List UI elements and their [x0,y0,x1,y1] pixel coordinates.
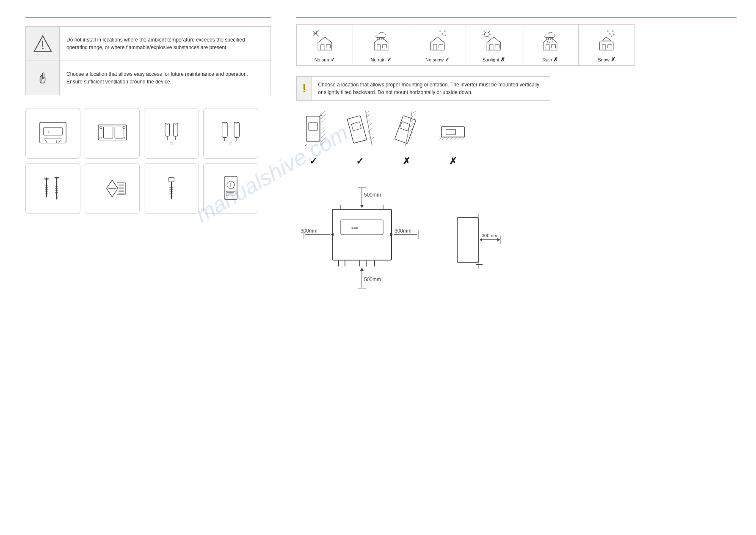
svg-text:300mm: 300mm [482,233,497,238]
rain-icon [536,27,564,55]
svg-line-128 [321,111,325,115]
no-sun-label-row: No sun ✓ [315,56,335,63]
svg-line-10 [58,140,60,143]
svg-text:✳: ✳ [611,35,613,38]
mount-forward-icon [389,109,423,152]
right-notice-text: Choose a location that allows proper mou… [312,77,550,100]
svg-line-166 [454,137,457,140]
svg-line-133 [321,130,326,134]
svg-rect-176 [341,220,383,235]
svg-rect-92 [439,44,443,48]
svg-rect-72 [226,191,235,196]
label-plate-icon [95,174,129,203]
svg-line-139 [306,144,306,146]
svg-text:300mm: 300mm [301,228,317,234]
mount-horizontal-no: ✗ [436,109,470,167]
snow-label-row: Snow ✗ [598,56,615,63]
component-bracket [85,108,140,159]
weather-sunlight: Sunlight ✗ [466,25,522,65]
component-screws [25,163,80,214]
no-sun-mark: ✓ [331,56,335,63]
weather-no-snow: ✳ ✳ ✳ ✳ No snow ✓ [409,25,466,65]
svg-marker-197 [360,268,364,271]
spacing-side-view: 300mm [444,184,512,304]
svg-marker-205 [497,238,500,241]
svg-line-134 [321,133,326,138]
component-connector-b [203,108,258,159]
mount-tilted-icon [343,109,377,152]
svg-rect-150 [351,122,361,131]
inverter-icon: ≡ [36,119,70,148]
weather-snow: ✳ ✳ ✳ ✳ ✳ Snow ✗ [579,25,635,65]
mount-vertical-ok: ✓ [296,109,330,167]
no-snow-icon: ✳ ✳ ✳ ✳ [424,27,451,55]
no-rain-label: No rain [371,57,386,62]
svg-rect-25 [222,122,227,138]
svg-line-7 [45,140,47,143]
svg-line-163 [442,137,445,140]
svg-point-14 [100,127,102,129]
svg-point-24 [170,142,173,145]
sunlight-icon [480,27,508,55]
spacing-front-svg: 500mm ≡≡≡ 300mm [296,184,432,302]
no-rain-label-row: No rain ✓ [371,56,392,63]
svg-rect-198 [457,218,478,262]
right-notice-box: ! Choose a location that allows proper m… [296,76,550,101]
bolt-icon [155,174,188,203]
connector-b-icon [214,119,248,148]
svg-line-152 [412,111,416,114]
svg-rect-11 [98,125,127,140]
svg-line-168 [461,137,464,140]
mount-section: ✓ ✓ [296,109,737,167]
tip-row: Choose a location that allows easy acces… [26,61,270,95]
weather-no-sun: No sun ✓ [297,25,353,65]
svg-rect-98 [490,44,493,50]
component-device [203,163,258,214]
svg-rect-169 [441,127,465,137]
screws-icon [36,174,70,203]
svg-rect-18 [165,123,170,136]
svg-rect-159 [395,116,416,144]
svg-text:✳: ✳ [612,30,614,33]
svg-line-165 [450,137,453,140]
svg-line-114 [550,38,551,41]
mount-forward-no: ✗ [389,109,423,167]
components-section: ≡ [25,108,271,214]
svg-text:≡: ≡ [48,130,50,133]
mount-diagrams: ✓ ✓ [296,109,737,167]
svg-line-132 [321,126,326,130]
rain-mark: ✗ [553,56,558,63]
no-snow-mark: ✓ [445,56,450,63]
svg-rect-84 [377,44,381,50]
tip-icon-cell [26,61,60,95]
sunlight-label: Sunlight [483,57,499,62]
svg-line-107 [489,31,490,32]
svg-rect-120 [602,44,606,50]
svg-line-153 [411,114,416,118]
svg-rect-121 [608,44,612,48]
svg-rect-170 [446,129,456,135]
spacing-front-view: 500mm ≡≡≡ 300mm [296,184,432,304]
mount-horizontal-no-mark: ✗ [449,156,457,167]
device-icon [214,174,248,203]
warning-row: Do not install in locations where the am… [26,27,270,61]
rain-label-row: Rain ✗ [542,56,558,63]
svg-point-2 [42,48,44,50]
svg-rect-4 [44,128,62,135]
svg-rect-137 [306,116,320,141]
warning-triangle-icon [33,34,52,53]
svg-line-88 [381,38,382,40]
svg-text:500mm: 500mm [364,277,381,283]
component-label-plate [85,163,140,214]
svg-line-106 [489,37,490,38]
svg-text:✳: ✳ [607,30,609,33]
warning-text: Do not install in locations where the am… [60,27,270,61]
svg-rect-13 [115,127,123,138]
svg-rect-138 [309,123,317,130]
tip-text: Choose a location that allows easy acces… [60,61,270,95]
exclamation-icon: ! [297,77,312,100]
svg-marker-204 [480,238,482,241]
spacing-section: 500mm ≡≡≡ 300mm [296,184,737,304]
bracket-icon [95,119,129,148]
svg-line-141 [366,111,372,146]
